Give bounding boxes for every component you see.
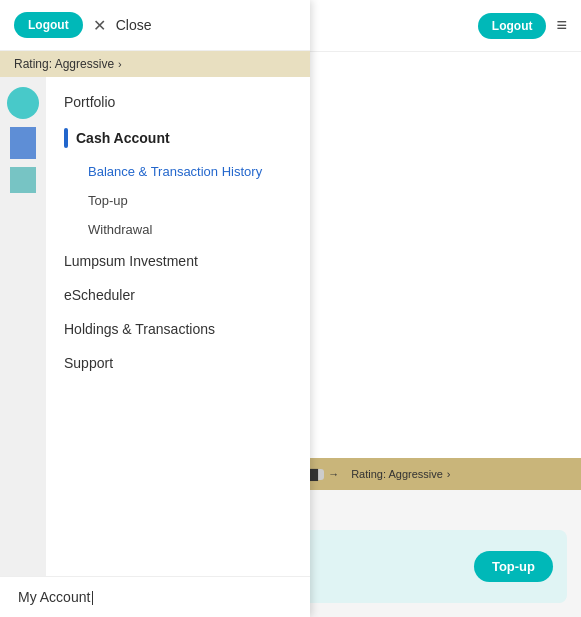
topup-button[interactable]: Top-up bbox=[474, 551, 553, 582]
sidebar-item-escheduler[interactable]: eScheduler bbox=[46, 278, 310, 312]
drawer-rating-bar[interactable]: Rating: Aggressive › bbox=[0, 51, 310, 77]
sidebar-item-support[interactable]: Support bbox=[46, 346, 310, 380]
sidebar-subitem-withdrawal[interactable]: Withdrawal bbox=[46, 215, 310, 244]
header-logout-button[interactable]: Logout bbox=[478, 13, 547, 39]
cash-account-label: Cash Account bbox=[76, 130, 170, 146]
close-label: Close bbox=[116, 17, 152, 33]
drawer-bottom: My Account bbox=[0, 576, 310, 617]
sidebar-subitem-balance-history[interactable]: Balance & Transaction History bbox=[46, 157, 310, 186]
hamburger-icon[interactable]: ≡ bbox=[556, 15, 567, 36]
sidebar-subitem-topup[interactable]: Top-up bbox=[46, 186, 310, 215]
active-indicator bbox=[64, 128, 68, 148]
sidebar-item-holdings[interactable]: Holdings & Transactions bbox=[46, 312, 310, 346]
drawer-nav: Portfolio Cash Account Balance & Transac… bbox=[46, 77, 310, 576]
lumpsum-label: Lumpsum Investment bbox=[64, 253, 198, 269]
gold-bar-rating: Rating: Aggressive › bbox=[351, 468, 450, 480]
sidebar-item-cash-account[interactable]: Cash Account bbox=[46, 119, 310, 157]
thumb-circle bbox=[7, 87, 39, 119]
my-account-label[interactable]: My Account bbox=[18, 589, 292, 605]
sidebar-item-lumpsum[interactable]: Lumpsum Investment bbox=[46, 244, 310, 278]
portfolio-label: Portfolio bbox=[64, 94, 115, 110]
drawer-rating-chevron-icon: › bbox=[118, 58, 122, 70]
holdings-label: Holdings & Transactions bbox=[64, 321, 215, 337]
close-icon[interactable]: ✕ bbox=[93, 16, 106, 35]
support-label: Support bbox=[64, 355, 113, 371]
epoints-arrow-icon: → bbox=[328, 468, 339, 480]
thumb-teal-rect bbox=[10, 167, 36, 193]
drawer-content: Portfolio Cash Account Balance & Transac… bbox=[0, 77, 310, 576]
drawer-rating-label: Rating: Aggressive bbox=[14, 57, 114, 71]
navigation-drawer: Logout ✕ Close Rating: Aggressive › Port… bbox=[0, 0, 310, 617]
drawer-thumbnails bbox=[0, 77, 46, 576]
cursor-icon bbox=[92, 591, 93, 605]
drawer-logout-button[interactable]: Logout bbox=[14, 12, 83, 38]
thumb-rect bbox=[10, 127, 36, 159]
rating-chevron-icon: › bbox=[447, 468, 451, 480]
sidebar-item-portfolio[interactable]: Portfolio bbox=[46, 85, 310, 119]
drawer-top-bar: Logout ✕ Close bbox=[0, 0, 310, 51]
escheduler-label: eScheduler bbox=[64, 287, 135, 303]
